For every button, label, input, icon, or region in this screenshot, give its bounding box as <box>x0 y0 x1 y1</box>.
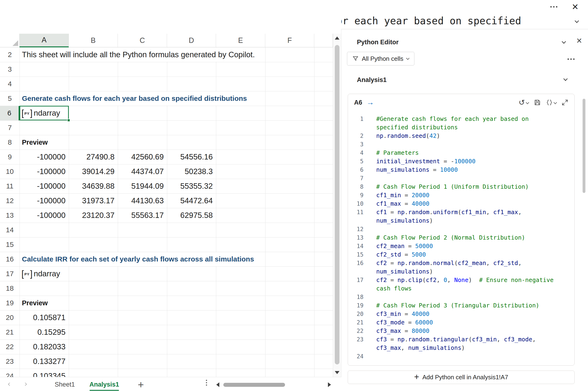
cell-A23[interactable]: 0.133277 <box>20 354 66 368</box>
cell-A22[interactable]: 0.182033 <box>20 340 66 354</box>
row-header-13[interactable]: 13 <box>0 208 20 222</box>
row-header-4[interactable]: 4 <box>0 76 20 91</box>
row-header-16[interactable]: 16 <box>0 252 20 266</box>
add-sheet-button[interactable]: + <box>138 377 144 392</box>
goto-cell-icon[interactable]: → <box>366 98 374 107</box>
cell-A8[interactable]: Preview <box>22 135 48 149</box>
cell-A20[interactable]: 0.105871 <box>20 310 66 324</box>
column-header-C[interactable]: C <box>118 34 167 47</box>
prev-sheet-icon[interactable] <box>8 382 11 386</box>
row-header-23[interactable]: 23 <box>0 354 20 369</box>
cell-C11[interactable]: 51944.09 <box>119 179 164 193</box>
row-header-19[interactable]: 19 <box>0 296 20 310</box>
cell-D13[interactable]: 62975.58 <box>168 208 213 222</box>
row-header-8[interactable]: 8 <box>0 135 20 150</box>
cell-C9[interactable]: 42560.69 <box>119 150 164 164</box>
cell-C12[interactable]: 44130.63 <box>119 194 164 208</box>
vertical-scrollbar-thumb[interactable] <box>335 45 340 364</box>
row-header-21[interactable]: 21 <box>0 325 20 340</box>
spreadsheet-grid[interactable]: ABCDEF2345678910111213141516171819202122… <box>0 0 341 392</box>
select-all-corner[interactable] <box>0 34 20 47</box>
row-header-9[interactable]: 9 <box>0 150 20 164</box>
code-text: num_simulations = 10000 <box>367 166 561 174</box>
undo-button[interactable]: ↺ <box>518 99 529 106</box>
cell-A17[interactable]: [PY]ndarray <box>22 267 60 281</box>
cell-A19[interactable]: Preview <box>22 296 48 310</box>
scroll-right-arrow[interactable] <box>328 382 331 387</box>
row-header-2[interactable]: 2 <box>0 47 20 62</box>
cell-D9[interactable]: 54556.16 <box>168 150 213 164</box>
next-sheet-icon[interactable] <box>24 382 27 386</box>
sheet-tab-sheet1[interactable]: Sheet1 <box>47 377 82 392</box>
column-header-partial[interactable] <box>314 34 333 47</box>
collapse-section-icon[interactable] <box>563 76 568 81</box>
fill-handle[interactable] <box>67 119 70 122</box>
cell-C13[interactable]: 55563.17 <box>119 208 164 222</box>
cell-B12[interactable]: 31973.17 <box>70 194 114 208</box>
cell-D12[interactable]: 54472.64 <box>168 194 213 208</box>
scroll-left-arrow[interactable] <box>216 382 219 387</box>
cell-A21[interactable]: 0.15295 <box>20 325 66 339</box>
row-header-17[interactable]: 17 <box>0 266 20 281</box>
expand-icon[interactable] <box>562 99 568 106</box>
cell-A5[interactable]: Generate cash flows for each year based … <box>22 92 250 106</box>
row-header-20[interactable]: 20 <box>0 310 20 325</box>
cell-A2[interactable]: This sheet will include all the Python f… <box>22 48 258 62</box>
column-header-B[interactable]: B <box>69 34 118 47</box>
window-close-icon[interactable]: × <box>572 0 578 13</box>
cell-A16[interactable]: Calculate IRR for each set of yearly cas… <box>22 252 257 266</box>
add-python-cell-button[interactable]: + Add Python cell in Analysis1!A7 <box>348 370 574 384</box>
code-line-14: 14cf2_mean = 50000 <box>348 242 574 250</box>
code-line-3: 3 <box>348 140 574 149</box>
code-options-button[interactable] <box>546 99 556 106</box>
cell-A12[interactable]: -100000 <box>20 194 66 208</box>
cell-A10[interactable]: -100000 <box>20 164 66 178</box>
cell-B11[interactable]: 34639.88 <box>70 179 114 193</box>
cell-A11[interactable]: -100000 <box>20 179 66 193</box>
row-header-12[interactable]: 12 <box>0 194 20 208</box>
code-editor[interactable]: 1#Generate cash flows for each year base… <box>348 111 574 361</box>
row-header-6[interactable]: 6 <box>0 106 20 120</box>
scroll-up-arrow[interactable] <box>335 36 340 40</box>
line-number: 14 <box>348 242 367 250</box>
sheet-options-icon[interactable] <box>206 382 207 383</box>
cell-C10[interactable]: 44374.07 <box>119 164 164 178</box>
horizontal-scrollbar-thumb[interactable] <box>223 383 285 387</box>
close-panel-icon[interactable]: × <box>576 35 582 46</box>
code-text <box>367 225 561 234</box>
sheet-tab-analysis1[interactable]: Analysis1 <box>85 377 124 392</box>
panel-more-icon[interactable] <box>570 58 572 60</box>
excel-window: × A6 × ✓ PY #Generate cash flows for eac… <box>0 0 588 392</box>
cell-A9[interactable]: -100000 <box>20 150 66 164</box>
row-header-3[interactable]: 3 <box>0 62 20 76</box>
cell-A13[interactable]: -100000 <box>20 208 66 222</box>
expand-formula-bar-icon[interactable] <box>574 18 579 23</box>
panel-scrollbar-thumb[interactable] <box>582 99 586 193</box>
cell-B13[interactable]: 23120.37 <box>70 208 114 222</box>
line-number: 9 <box>348 191 367 200</box>
cell-B9[interactable]: 27490.8 <box>70 150 114 164</box>
column-header-A[interactable]: A <box>20 34 69 47</box>
grid-vertical-scrollbar[interactable] <box>333 34 341 377</box>
row-header-10[interactable]: 10 <box>0 164 20 179</box>
section-title: Analysis1 <box>357 76 386 84</box>
window-more-icon[interactable] <box>553 6 554 8</box>
column-header-D[interactable]: D <box>167 34 216 47</box>
cell-D10[interactable]: 50238.3 <box>168 164 213 178</box>
cell-D11[interactable]: 55355.32 <box>168 179 213 193</box>
panel-scrollbar[interactable] <box>582 68 586 382</box>
row-header-5[interactable]: 5 <box>0 91 20 106</box>
row-header-14[interactable]: 14 <box>0 222 20 237</box>
row-header-7[interactable]: 7 <box>0 120 20 135</box>
python-cells-filter-button[interactable]: All Python cells <box>347 52 414 66</box>
row-header-18[interactable]: 18 <box>0 281 20 296</box>
row-header-22[interactable]: 22 <box>0 340 20 354</box>
row-header-15[interactable]: 15 <box>0 237 20 252</box>
column-header-F[interactable]: F <box>265 34 314 47</box>
row-header-11[interactable]: 11 <box>0 179 20 194</box>
cell-B10[interactable]: 39014.29 <box>70 164 114 178</box>
collapse-panel-icon[interactable] <box>562 39 566 44</box>
scroll-down-arrow[interactable] <box>335 371 340 374</box>
column-header-E[interactable]: E <box>216 34 265 47</box>
save-icon[interactable] <box>534 99 541 106</box>
